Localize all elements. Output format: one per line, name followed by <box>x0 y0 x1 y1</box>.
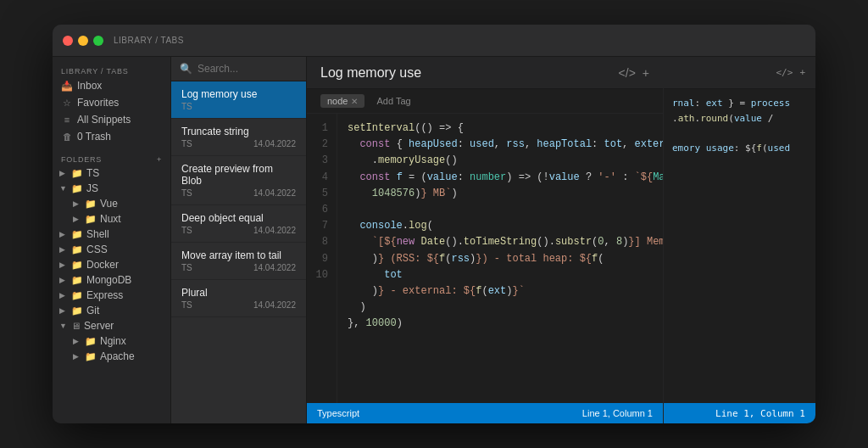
snippet-title: Truncate string <box>181 126 296 137</box>
snippets-icon: ≡ <box>61 115 73 125</box>
folder-icon-mongodb: 📁 <box>71 275 83 286</box>
snippet-item-log-memory[interactable]: Log memory use TS <box>171 81 306 119</box>
snippet-meta: TS 14.04.2022 <box>181 226 296 235</box>
language-label: Typescript <box>317 408 359 418</box>
chevron-right-icon-nginx: ▶ <box>73 337 81 345</box>
editor-toolbar: node ✕ Add Tag <box>307 89 663 114</box>
snippet-title: Move array item to tail <box>181 249 296 261</box>
folder-icon-git: 📁 <box>71 305 83 316</box>
right-sidebar: </> + rnal: ext } = process .ath.round(v… <box>663 57 815 423</box>
folder-item-ts[interactable]: ▶ 📁 TS <box>53 165 170 181</box>
folder-item-nuxt[interactable]: ▶ 📁 Nuxt <box>53 211 170 227</box>
snippet-meta: TS 14.04.2022 <box>181 300 296 310</box>
folder-item-vue[interactable]: ▶ 📁 Vue <box>53 196 170 211</box>
snippet-list: Log memory use TS Truncate string TS 14.… <box>171 81 306 423</box>
right-footer: Line 1, Column 1 <box>664 403 815 423</box>
search-input[interactable] <box>198 63 307 75</box>
tag-node[interactable]: node ✕ <box>320 94 364 108</box>
right-header: </> + <box>664 57 815 89</box>
chevron-right-icon-git: ▶ <box>59 306 68 315</box>
search-icon: 🔍 <box>180 63 192 75</box>
snippet-title: Deep object equal <box>181 212 296 224</box>
editor-panel: Log memory use </> + node ✕ Add Tag 1234… <box>307 57 663 423</box>
sidebar-item-inbox[interactable]: 📥 Inbox <box>53 77 170 94</box>
chevron-down-icon-server: ▼ <box>59 322 68 330</box>
app-window: LIBRARY / TABS LIBRARY / TABS 📥 Inbox ☆ … <box>53 25 815 423</box>
snippet-title: Create preview from Blob <box>181 163 296 187</box>
snippet-title: Log memory use <box>181 88 296 100</box>
snippet-item-plural[interactable]: Plural TS 14.04.2022 <box>171 280 306 317</box>
code-icon[interactable]: </> <box>619 66 636 80</box>
sidebar-item-all-snippets[interactable]: ≡ All Snippets <box>53 111 170 128</box>
folder-item-nginx[interactable]: ▶ 📁 Nginx <box>53 333 170 349</box>
folder-icon-js: 📁 <box>71 183 83 194</box>
folder-icon-nuxt: 📁 <box>85 214 97 225</box>
chevron-right-icon-vue: ▶ <box>73 199 81 208</box>
code-editor[interactable]: 12345 678910 setInterval(() => { const {… <box>307 114 663 403</box>
chevron-right-icon: ▶ <box>59 169 68 177</box>
traffic-lights <box>63 36 103 46</box>
chevron-right-icon-nuxt: ▶ <box>73 215 81 223</box>
folder-item-js[interactable]: ▼ 📁 JS <box>53 181 170 196</box>
folder-item-mongodb[interactable]: ▶ 📁 MongoDB <box>53 272 170 288</box>
sidebar-item-trash[interactable]: 🗑 0 Trash <box>53 128 170 145</box>
chevron-right-icon-express: ▶ <box>59 291 68 300</box>
snippet-meta: TS <box>181 102 296 111</box>
folder-item-server[interactable]: ▼ 🖥 Server <box>53 318 170 333</box>
right-cursor-position: Line 1, Column 1 <box>715 408 805 419</box>
maximize-button[interactable] <box>93 36 103 46</box>
add-editor-button[interactable]: + <box>643 66 649 80</box>
snippet-meta: TS 14.04.2022 <box>181 188 296 198</box>
folder-item-shell[interactable]: ▶ 📁 Shell <box>53 227 170 242</box>
snippet-item-move-array[interactable]: Move array item to tail TS 14.04.2022 <box>171 243 306 280</box>
star-icon: ☆ <box>61 98 73 109</box>
folder-item-apache[interactable]: ▶ 📁 Apache <box>53 349 170 364</box>
snippet-item-truncate[interactable]: Truncate string TS 14.04.2022 <box>171 119 306 156</box>
minimize-button[interactable] <box>78 36 88 46</box>
add-tag-button[interactable]: Add Tag <box>371 94 415 108</box>
folders-header: FOLDERS + <box>53 152 170 165</box>
folder-item-git[interactable]: ▶ 📁 Git <box>53 303 170 318</box>
folder-item-css[interactable]: ▶ 📁 CSS <box>53 242 170 257</box>
chevron-right-icon-css: ▶ <box>59 245 68 254</box>
chevron-right-icon-mongodb: ▶ <box>59 276 68 284</box>
right-add-button[interactable]: + <box>799 67 805 78</box>
snippet-meta: TS 14.04.2022 <box>181 263 296 272</box>
folder-icon-server: 🖥 <box>71 321 81 331</box>
chevron-right-icon-apache: ▶ <box>73 352 81 361</box>
folder-icon-apache: 📁 <box>85 351 97 362</box>
sidebar-item-favorites[interactable]: ☆ Favorites <box>53 94 170 111</box>
tag-close-icon[interactable]: ✕ <box>351 97 358 106</box>
editor-actions: </> + <box>619 66 649 80</box>
snippet-item-create-preview[interactable]: Create preview from Blob TS 14.04.2022 <box>171 156 306 205</box>
inbox-icon: 📥 <box>61 81 73 92</box>
close-button[interactable] <box>63 36 73 46</box>
left-sidebar: LIBRARY / TABS 📥 Inbox ☆ Favorites ≡ All… <box>53 57 171 423</box>
editor-footer: Typescript Line 1, Column 1 <box>307 403 663 423</box>
right-code-icon[interactable]: </> <box>776 67 793 78</box>
titlebar: LIBRARY / TABS <box>53 25 815 57</box>
library-header: LIBRARY / TABS <box>53 64 170 77</box>
editor-title: Log memory use <box>320 65 421 81</box>
add-folder-button[interactable]: + <box>157 155 162 164</box>
code-content[interactable]: setInterval(() => { const { heapUsed: us… <box>337 114 663 403</box>
snippet-item-deep-object[interactable]: Deep object equal TS 14.04.2022 <box>171 205 306 243</box>
middle-panel: 🔍 + Log memory use TS Truncate string TS <box>171 57 307 423</box>
chevron-right-icon-shell: ▶ <box>59 230 68 238</box>
folder-item-docker[interactable]: ▶ 📁 Docker <box>53 257 170 272</box>
main-content: LIBRARY / TABS 📥 Inbox ☆ Favorites ≡ All… <box>53 57 815 423</box>
folder-icon-nginx: 📁 <box>85 336 97 347</box>
line-numbers: 12345 678910 <box>307 114 337 403</box>
chevron-right-icon-docker: ▶ <box>59 260 68 269</box>
snippet-title: Plural <box>181 287 296 299</box>
trash-icon: 🗑 <box>61 132 73 142</box>
chevron-down-icon: ▼ <box>59 184 68 193</box>
folder-icon-vue: 📁 <box>85 199 97 210</box>
folder-icon-docker: 📁 <box>71 260 83 271</box>
titlebar-label: LIBRARY / TABS <box>114 36 184 45</box>
folder-item-express[interactable]: ▶ 📁 Express <box>53 288 170 303</box>
folder-icon-shell: 📁 <box>71 229 83 240</box>
search-bar: 🔍 + <box>171 57 306 81</box>
cursor-position: Line 1, Column 1 <box>582 408 653 418</box>
right-code-view: rnal: ext } = process .ath.round(value /… <box>664 89 815 403</box>
